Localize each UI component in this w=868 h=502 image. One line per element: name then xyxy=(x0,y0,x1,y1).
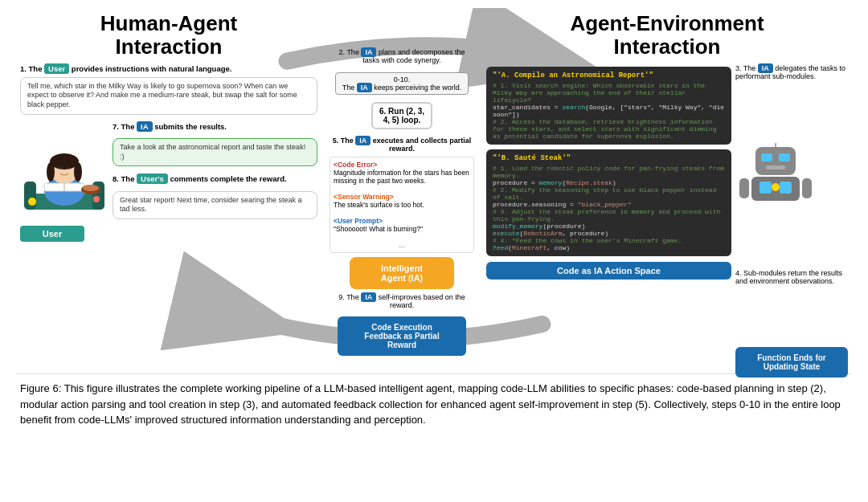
step4-note: 4. Sub-modules return the results and en… xyxy=(735,269,848,285)
svg-rect-15 xyxy=(761,153,772,161)
panel-b-line9: feed(Minecraft, cow) xyxy=(493,244,725,251)
svg-rect-17 xyxy=(766,165,785,169)
panel-b-line1: # 1. Load the robotic policy code for pa… xyxy=(493,165,725,179)
svg-point-6 xyxy=(47,162,55,182)
agent-box: IntelligentAgent (IA) xyxy=(350,257,454,289)
svg-rect-1 xyxy=(24,182,36,210)
step7-label: 7. The IA submits the results. xyxy=(113,122,317,132)
panel-a-title: "'A. Compile an Astronomical Report'" xyxy=(493,71,725,80)
svg-point-25 xyxy=(772,183,780,191)
error-messages: <Code Error> Magnitude information for t… xyxy=(330,157,474,253)
partial-reward-box: Code ExecutionFeedback as PartialReward xyxy=(338,316,466,356)
left-inner: 1. The User provides instructions with n… xyxy=(20,64,317,242)
ia-report-bubble: Take a look at the astronomical report a… xyxy=(113,138,317,166)
code-area: "'A. Compile an Astronomical Report'" # … xyxy=(486,64,731,378)
code-error-text: Magnitude information for the stars has … xyxy=(334,169,470,185)
sensor-warning-text: The steak's surface is too hot. xyxy=(334,201,470,209)
right-section: Agent-EnvironmentInteraction "'A. Compil… xyxy=(482,8,852,369)
svg-rect-24 xyxy=(802,178,812,198)
code-error: <Code Error> xyxy=(334,161,470,169)
right-title: Agent-EnvironmentInteraction xyxy=(486,12,848,58)
user-comment-bubble: Great star report! Next time, consider s… xyxy=(113,191,317,219)
function-ends-box: Function Ends forUpdating State xyxy=(735,347,848,378)
panel-b-title: "'B. Sauté Steak'" xyxy=(493,154,725,162)
side-notes: 3. The IA delegates the tasks to perform… xyxy=(735,64,848,378)
code-panel-b: "'B. Sauté Steak'" # 1. Load the robotic… xyxy=(486,149,731,256)
svg-rect-23 xyxy=(739,178,749,198)
step2-note: 2. The IA plans and decomposes the tasks… xyxy=(330,48,474,64)
robot-illustration xyxy=(735,143,816,207)
svg-rect-22 xyxy=(780,182,792,194)
main-container: Human-AgentInteraction 1. The User provi… xyxy=(0,0,868,502)
panel-a-line1: # 1. Visit search engine: Which observab… xyxy=(493,82,725,104)
svg-point-19 xyxy=(773,143,778,144)
panel-b-line4: procedure.seasoning = "black_pepper" xyxy=(493,201,725,208)
user-badge-1: User xyxy=(44,63,69,74)
panel-b-line8: # 4. "Feed the cows in the user's Minecr… xyxy=(493,237,725,244)
sensor-warning: <Sensor Warning> xyxy=(334,193,470,201)
step6-box: 6. Run (2, 3,4, 5) loop. xyxy=(371,102,432,129)
svg-point-7 xyxy=(74,162,82,182)
figure-label: Figure 6: xyxy=(20,382,61,394)
right-content: "'A. Compile an Astronomical Report'" # … xyxy=(486,64,848,378)
ia-badge-7: IA xyxy=(137,121,153,132)
panel-b-line5: # 3. Adjust the steak preference in memo… xyxy=(493,208,725,222)
panel-a-line3: # 2. Access the database, retrieve brigh… xyxy=(493,118,725,140)
step5-note: 5. The IA executes and collects partial … xyxy=(330,137,474,153)
middle-inner: 2. The IA plans and decomposes the tasks… xyxy=(330,16,474,356)
girl-illustration xyxy=(20,133,108,222)
caption-text: This figure illustrates the complete wor… xyxy=(20,382,841,426)
panel-b-line3: # 2. Modify the seasoning step to use bl… xyxy=(493,186,725,201)
panel-b-line7: execute(RoboticArm, procedure) xyxy=(493,230,725,237)
code-as-action-bar: Code as IA Action Space xyxy=(486,262,731,280)
user-label: User xyxy=(20,226,84,242)
step8-label: 8. The User's comments complete the rewa… xyxy=(113,174,317,184)
user-prompt-text: "Shooooot! What is burning?" xyxy=(334,225,470,233)
svg-point-13 xyxy=(83,185,99,191)
user-badge-8: User's xyxy=(137,173,168,184)
svg-rect-21 xyxy=(760,182,772,194)
diagram-area: Human-AgentInteraction 1. The User provi… xyxy=(16,8,852,369)
counter-box: 0-10.The IA keeps perceiving the world. xyxy=(335,72,469,95)
left-title: Human-AgentInteraction xyxy=(20,12,317,58)
middle-section: 2. The IA plans and decomposes the tasks… xyxy=(321,8,482,369)
caption-area: Figure 6: This figure illustrates the co… xyxy=(16,373,852,432)
svg-point-10 xyxy=(28,198,36,206)
user-query-bubble: Tell me, which star in the Milky Way is … xyxy=(20,77,317,115)
ellipsis: ... xyxy=(334,241,470,249)
svg-point-5 xyxy=(50,153,79,169)
panel-b-line6: modify_memory(procedure) xyxy=(493,222,725,230)
step1-label: 1. The User provides instructions with n… xyxy=(20,64,317,74)
svg-rect-16 xyxy=(779,153,790,161)
user-prompt: <User Prompt> xyxy=(334,217,470,225)
svg-rect-14 xyxy=(755,147,796,175)
code-panel-a: "'A. Compile an Astronomical Report'" # … xyxy=(486,67,731,145)
left-section: Human-AgentInteraction 1. The User provi… xyxy=(16,8,321,369)
step3-note: 3. The IA delegates the tasks to perform… xyxy=(735,64,848,80)
panel-a-line2: star_candidates = search(Google, ["stars… xyxy=(493,104,725,118)
step9-note: 9. The IA self-improves based on the rew… xyxy=(330,293,474,309)
svg-point-11 xyxy=(93,196,100,202)
panel-b-line2: procedure = memory(Recipe.steak) xyxy=(493,179,725,186)
